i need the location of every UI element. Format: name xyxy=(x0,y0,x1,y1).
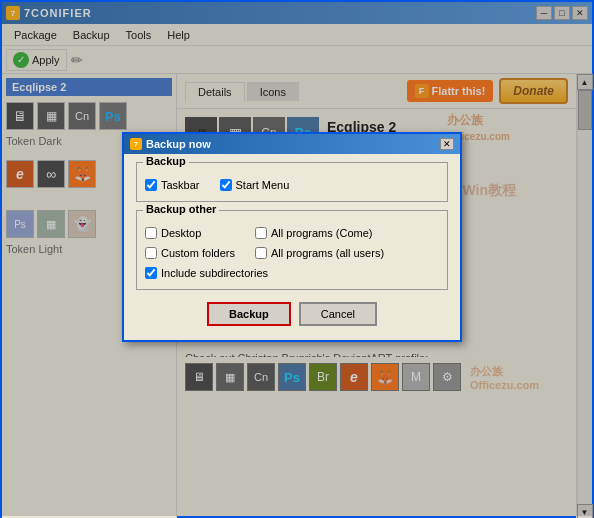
custom-folders-row: Custom folders xyxy=(145,245,235,261)
all-programs-all-row: All programs (all users) xyxy=(255,245,384,261)
taskbar-label: Taskbar xyxy=(161,179,200,191)
main-window: 7 7CONIFIER ─ □ ✕ Package Backup Tools H… xyxy=(0,0,594,518)
include-subdirs-row: Include subdirectories xyxy=(145,265,439,281)
dialog-title-left: 7 Backup now xyxy=(130,138,211,150)
backup-other-section: Backup other Desktop Custom folders xyxy=(136,210,448,290)
dialog-close-button[interactable]: ✕ xyxy=(440,138,454,150)
backup-section: Backup Taskbar Start Menu xyxy=(136,162,448,202)
include-subdirs-label: Include subdirectories xyxy=(161,267,268,279)
start-menu-checkbox[interactable] xyxy=(220,179,232,191)
all-programs-come-label: All programs (Come) xyxy=(271,227,372,239)
desktop-checkbox[interactable] xyxy=(145,227,157,239)
dialog-app-icon: 7 xyxy=(130,138,142,150)
all-programs-come-row: All programs (Come) xyxy=(255,225,384,241)
backup-col-1: Taskbar xyxy=(145,177,200,193)
start-menu-label: Start Menu xyxy=(236,179,290,191)
other-col-1: Desktop Custom folders xyxy=(145,225,235,261)
backup-other-checkboxes: Desktop Custom folders All programs (Com… xyxy=(145,225,439,261)
taskbar-row: Taskbar xyxy=(145,177,200,193)
all-programs-all-checkbox[interactable] xyxy=(255,247,267,259)
dialog-buttons: Backup Cancel xyxy=(136,298,448,332)
all-programs-all-label: All programs (all users) xyxy=(271,247,384,259)
backup-section-label: Backup xyxy=(143,155,189,167)
custom-folders-checkbox[interactable] xyxy=(145,247,157,259)
taskbar-checkbox[interactable] xyxy=(145,179,157,191)
backup-checkboxes: Taskbar Start Menu xyxy=(145,177,439,193)
backup-dialog: 7 Backup now ✕ Backup Taskbar xyxy=(122,132,462,342)
backup-col-2: Start Menu xyxy=(220,177,290,193)
dialog-title-bar: 7 Backup now ✕ xyxy=(124,134,460,154)
backup-other-label: Backup other xyxy=(143,203,219,215)
cancel-button[interactable]: Cancel xyxy=(299,302,377,326)
desktop-row: Desktop xyxy=(145,225,235,241)
desktop-label: Desktop xyxy=(161,227,201,239)
dialog-title-text: Backup now xyxy=(146,138,211,150)
custom-folders-label: Custom folders xyxy=(161,247,235,259)
backup-button[interactable]: Backup xyxy=(207,302,291,326)
include-subdirs-checkbox[interactable] xyxy=(145,267,157,279)
dialog-content: Backup Taskbar Start Menu xyxy=(124,154,460,340)
start-menu-row: Start Menu xyxy=(220,177,290,193)
other-col-2: All programs (Come) All programs (all us… xyxy=(255,225,384,261)
all-programs-come-checkbox[interactable] xyxy=(255,227,267,239)
